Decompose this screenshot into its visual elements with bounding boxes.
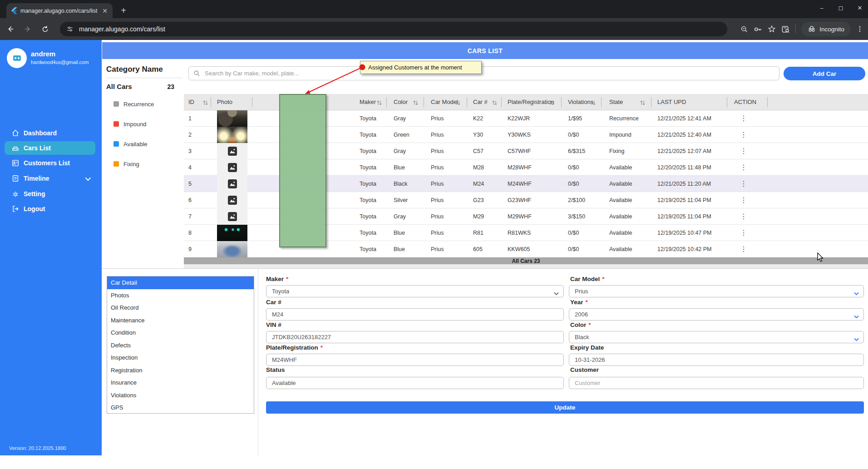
- status-field[interactable]: Available: [266, 377, 564, 389]
- detail-tab-car-detail[interactable]: Car Detail: [107, 276, 254, 289]
- back-button[interactable]: [4, 22, 17, 36]
- column-header-state[interactable]: State: [609, 94, 623, 110]
- sort-icon[interactable]: [492, 99, 497, 105]
- photo-placeholder-icon[interactable]: [217, 159, 247, 176]
- column-header-car_no[interactable]: Car #: [473, 94, 488, 110]
- car-model-select[interactable]: Prius: [569, 285, 864, 297]
- browser-menu-icon[interactable]: [856, 25, 863, 33]
- tab-close-icon[interactable]: ✕: [101, 7, 109, 15]
- expiry-date-field-label: Expiry Date: [570, 344, 604, 351]
- category-item-fixing[interactable]: Fixing2: [113, 160, 175, 168]
- column-header-violations[interactable]: Violations: [568, 94, 593, 110]
- window-close-icon[interactable]: ✕: [855, 5, 864, 11]
- site-settings-icon[interactable]: [66, 25, 74, 33]
- cell-state: Impound: [609, 127, 631, 143]
- browser-tab[interactable]: manager.alugago.com/cars/list ✕: [6, 3, 113, 18]
- column-divider: [467, 97, 467, 107]
- expiry-date-field[interactable]: 10-31-2026: [569, 354, 864, 366]
- sort-icon[interactable]: [591, 99, 596, 105]
- tab-search-icon[interactable]: [781, 25, 790, 34]
- detail-tab-violations[interactable]: Violations: [107, 389, 254, 402]
- column-header-action[interactable]: ACTION: [734, 94, 756, 110]
- detail-tab-photos[interactable]: Photos: [107, 289, 254, 302]
- car-photo[interactable]: [217, 110, 247, 127]
- cell-updated: 12/19/2025 11:04 PM: [657, 192, 711, 208]
- column-divider: [601, 97, 602, 107]
- window-minimize-icon[interactable]: –: [817, 5, 826, 11]
- sort-icon[interactable]: [549, 99, 554, 105]
- window-maximize-icon[interactable]: ◻: [836, 5, 845, 11]
- column-header-color[interactable]: Color: [394, 94, 408, 110]
- row-actions-menu-icon[interactable]: ⋮: [740, 192, 747, 208]
- detail-tab-oil-record[interactable]: Oil Record: [107, 301, 254, 314]
- url-bar[interactable]: manager.alugago.com/cars/list: [60, 22, 727, 36]
- sort-icon[interactable]: [455, 99, 460, 105]
- photo-placeholder-icon[interactable]: [217, 208, 247, 225]
- detail-tab-defects[interactable]: Defects: [107, 339, 254, 352]
- column-header-updated[interactable]: LAST UPD: [657, 94, 686, 110]
- car-photo[interactable]: [217, 127, 247, 143]
- incognito-badge: Incognito: [801, 22, 851, 36]
- search-box[interactable]: [188, 66, 779, 80]
- category-item-impound[interactable]: Impound1: [113, 120, 175, 128]
- row-actions-menu-icon[interactable]: ⋮: [740, 208, 747, 225]
- search-input[interactable]: [205, 70, 774, 77]
- detail-tab-inspection[interactable]: Inspection: [107, 351, 254, 364]
- detail-tab-condition[interactable]: Condition: [107, 326, 254, 339]
- sidebar-item-logout[interactable]: Logout: [0, 202, 102, 216]
- row-actions-menu-icon[interactable]: ⋮: [740, 127, 747, 143]
- detail-tab-registration[interactable]: Registration: [107, 364, 254, 377]
- category-item-available[interactable]: Available19: [113, 140, 175, 148]
- sidebar-item-timeline[interactable]: Timeline: [0, 172, 102, 185]
- column-header-id[interactable]: ID: [188, 94, 194, 110]
- horizontal-scrollbar[interactable]: [184, 264, 868, 268]
- photo-placeholder-icon[interactable]: [217, 143, 247, 159]
- car-photo[interactable]: [217, 241, 247, 257]
- sidebar-item-cars-list[interactable]: Cars List: [0, 141, 102, 155]
- new-tab-button[interactable]: +: [117, 5, 130, 17]
- cell-maker: Toyota: [360, 176, 376, 192]
- detail-tab-insurance[interactable]: Insurance: [107, 376, 254, 389]
- row-actions-menu-icon[interactable]: ⋮: [740, 110, 747, 127]
- sidebar-item-customers-list[interactable]: Customers List: [0, 156, 102, 170]
- sort-icon[interactable]: [640, 99, 645, 105]
- add-car-button[interactable]: Add Car: [784, 67, 865, 80]
- detail-tab-gps[interactable]: GPS: [107, 401, 254, 414]
- row-actions-menu-icon[interactable]: ⋮: [740, 143, 747, 159]
- update-button[interactable]: Update: [266, 401, 864, 414]
- password-key-icon[interactable]: [754, 25, 762, 34]
- customer-field[interactable]: Customer: [569, 377, 864, 389]
- avatar[interactable]: [7, 48, 27, 68]
- car-number-field[interactable]: M24: [266, 308, 564, 321]
- row-actions-menu-icon[interactable]: ⋮: [740, 176, 747, 192]
- year-select[interactable]: 2006: [569, 308, 864, 321]
- car-photo[interactable]: [217, 225, 247, 241]
- row-actions-menu-icon[interactable]: ⋮: [740, 241, 747, 257]
- row-actions-menu-icon[interactable]: ⋮: [740, 159, 747, 176]
- sort-icon[interactable]: [377, 99, 382, 105]
- photo-placeholder-icon[interactable]: [217, 176, 247, 192]
- sidebar-item-setting[interactable]: Setting: [0, 187, 102, 201]
- photo-placeholder-icon[interactable]: [217, 192, 247, 208]
- category-item-recurrence[interactable]: Recurrence1: [113, 100, 175, 108]
- column-header-plate[interactable]: Plate/Registration: [508, 94, 554, 110]
- sort-icon[interactable]: [203, 99, 208, 105]
- reload-button[interactable]: [38, 22, 52, 36]
- cell-updated: 12/20/2025 11:48 PM: [657, 159, 711, 176]
- forward-button[interactable]: [21, 22, 35, 36]
- year-select-label: Year*: [570, 299, 588, 306]
- bookmark-star-icon[interactable]: [768, 25, 776, 33]
- row-actions-menu-icon[interactable]: ⋮: [740, 225, 747, 241]
- color-select[interactable]: Black: [569, 331, 864, 343]
- detail-tab-maintenance[interactable]: Maintenance: [107, 314, 254, 327]
- column-header-model[interactable]: Car Model: [431, 94, 458, 110]
- page-header-bar: CARS LIST: [102, 42, 868, 59]
- vin-field[interactable]: JTDKB20U263182227: [266, 331, 564, 343]
- sidebar-item-dashboard[interactable]: Dashboard: [0, 126, 102, 140]
- maker-select[interactable]: Toyota: [266, 285, 564, 297]
- sort-icon[interactable]: [413, 99, 418, 105]
- plate-field[interactable]: M24WHF: [266, 354, 564, 366]
- cell-state: Available: [609, 241, 632, 257]
- zoom-icon[interactable]: [740, 25, 748, 33]
- column-header-photo[interactable]: Photo: [217, 94, 232, 110]
